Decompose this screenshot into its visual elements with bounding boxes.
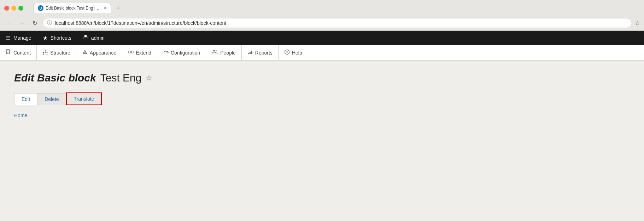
svg-point-5: [45, 50, 46, 51]
admin-bar-manage[interactable]: ☰ Manage: [0, 31, 37, 45]
nav-content[interactable]: Content: [0, 45, 37, 60]
nav-people[interactable]: People: [206, 45, 242, 60]
nav-structure[interactable]: Structure: [37, 45, 76, 60]
tab-close-button[interactable]: ×: [104, 6, 106, 11]
admin-bar-user[interactable]: admin: [77, 31, 110, 45]
admin-bar: ☰ Manage ★ Shortcuts admin: [0, 31, 644, 45]
manage-icon: ☰: [6, 35, 11, 41]
favorite-star-icon[interactable]: ☆: [146, 74, 152, 82]
page-tabs: Edit Delete Translate: [14, 92, 630, 105]
forward-button[interactable]: →: [17, 18, 27, 28]
traffic-light-yellow[interactable]: [11, 6, 16, 11]
help-icon: ?: [284, 49, 290, 56]
manage-label: Manage: [13, 35, 31, 41]
traffic-lights: [4, 6, 23, 11]
nav-help[interactable]: ? Help: [279, 45, 308, 60]
tab-favicon: D: [38, 5, 43, 11]
configuration-label: Configuration: [171, 50, 200, 56]
back-button[interactable]: ←: [4, 18, 14, 28]
configuration-icon: [163, 49, 169, 56]
traffic-light-green[interactable]: [18, 6, 23, 11]
page-title: Edit Basic block Test Eng ☆: [14, 72, 630, 84]
extend-label: Extend: [136, 50, 151, 56]
nav-extend[interactable]: Extend: [122, 45, 157, 60]
appearance-label: Appearance: [90, 50, 117, 56]
nav-appearance[interactable]: Appearance: [76, 45, 123, 60]
tab-delete[interactable]: Delete: [37, 93, 66, 105]
tab-edit[interactable]: Edit: [14, 93, 37, 105]
traffic-light-red[interactable]: [4, 6, 9, 11]
reports-icon: [247, 49, 253, 56]
shortcuts-label: Shortcuts: [51, 35, 71, 41]
svg-point-18: [213, 50, 215, 52]
svg-point-11: [43, 54, 44, 55]
browser-titlebar: D Edit Basic block Test Eng | My Si × +: [0, 0, 644, 16]
nav-reports[interactable]: Reports: [242, 45, 279, 60]
page-title-italic: Edit Basic block: [14, 72, 96, 84]
svg-text:?: ?: [286, 51, 288, 54]
extend-icon: [128, 49, 134, 56]
address-bar-row: ← → ↻ ⓘ localhost:8888/en/block/1?destin…: [0, 16, 644, 30]
content-label: Content: [13, 50, 31, 56]
page-content: Edit Basic block Test Eng ☆ Edit Delete …: [0, 61, 644, 127]
reload-button[interactable]: ↻: [30, 18, 40, 28]
main-nav: Content Structure Appear: [0, 45, 644, 61]
admin-bar-shortcuts[interactable]: ★ Shortcuts: [37, 31, 77, 45]
help-label: Help: [292, 50, 302, 56]
people-label: People: [220, 50, 236, 56]
address-bar-url: localhost:8888/en/block/1?destination=/e…: [55, 20, 627, 26]
nav-configuration[interactable]: Configuration: [157, 45, 206, 60]
tab-bar: D Edit Basic block Test Eng | My Si × +: [29, 3, 127, 13]
tab-title: Edit Basic block Test Eng | My Si: [46, 6, 102, 11]
new-tab-button[interactable]: +: [113, 3, 123, 13]
reports-label: Reports: [255, 50, 273, 56]
shortcuts-icon: ★: [43, 35, 48, 41]
appearance-icon: [82, 49, 88, 56]
breadcrumb: Home: [14, 112, 630, 119]
svg-rect-22: [251, 51, 252, 54]
breadcrumb-home-link[interactable]: Home: [14, 113, 27, 118]
tab-translate[interactable]: Translate: [66, 92, 102, 105]
structure-label: Structure: [50, 50, 70, 56]
user-icon: [83, 34, 88, 41]
structure-icon: [42, 49, 48, 56]
bookmark-icon[interactable]: ☆: [635, 20, 640, 27]
svg-point-19: [216, 50, 217, 51]
address-info-icon: ⓘ: [47, 20, 52, 26]
svg-point-12: [47, 54, 48, 55]
admin-label: admin: [91, 35, 105, 41]
content-icon: [6, 49, 11, 56]
browser-tab-active[interactable]: D Edit Basic block Test Eng | My Si ×: [33, 3, 111, 13]
svg-rect-21: [250, 52, 251, 54]
svg-rect-20: [248, 53, 249, 54]
address-bar[interactable]: ⓘ localhost:8888/en/block/1?destination=…: [42, 18, 632, 28]
browser-chrome: D Edit Basic block Test Eng | My Si × + …: [0, 0, 644, 31]
page-title-normal: Test Eng: [100, 72, 142, 84]
people-icon: [212, 49, 218, 56]
